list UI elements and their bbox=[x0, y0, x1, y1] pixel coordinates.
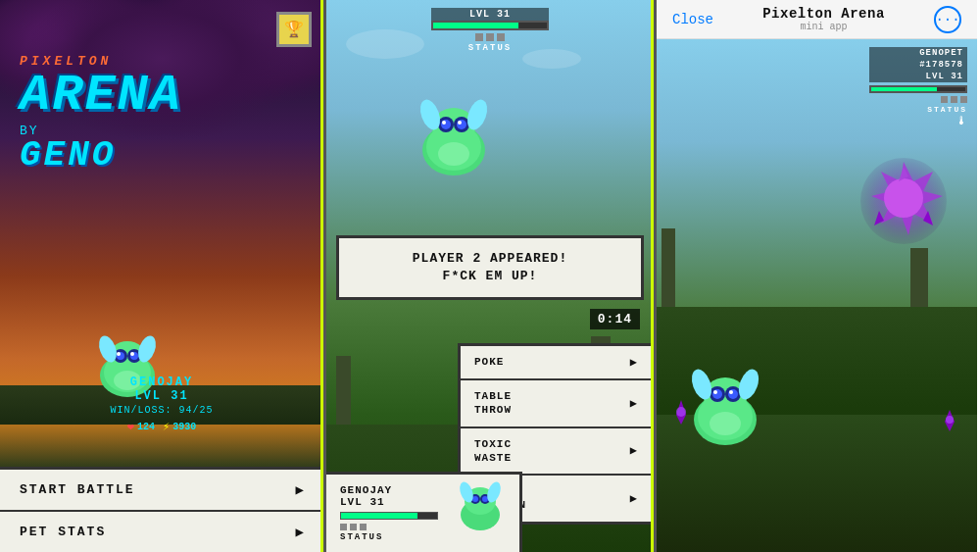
phone-title-wrap: Pixelton Arena mini app bbox=[762, 6, 885, 32]
right-pillar-1 bbox=[662, 228, 675, 317]
hud-dots bbox=[431, 33, 549, 41]
hud-hp-fill bbox=[433, 23, 518, 28]
bolt-icon: ⚡ bbox=[163, 420, 170, 434]
svg-point-29 bbox=[482, 496, 488, 502]
player-hp-fill bbox=[341, 513, 417, 519]
cloud-1 bbox=[346, 29, 424, 59]
timer-box: 0:14 bbox=[590, 309, 640, 329]
start-battle-label: START BATTLE bbox=[20, 482, 135, 497]
app-title: Pixelton Arena bbox=[762, 6, 885, 22]
hud-level: LVL 31 bbox=[431, 8, 549, 21]
close-button[interactable]: Close bbox=[672, 12, 713, 27]
title-area: PIXELTON ARENA BY GENO bbox=[20, 54, 304, 174]
action-poke[interactable]: POKE ▶ bbox=[461, 346, 651, 380]
panel-right: Close Pixelton Arena mini app ··· GENOPE… bbox=[657, 0, 977, 552]
pet-stats-label: PET STATS bbox=[20, 525, 106, 539]
bottom-menu-left: START BATTLE ▶ PET STATS ▶ bbox=[0, 467, 323, 552]
heart-icon: ❤ bbox=[127, 420, 134, 434]
hud-top-mid: LVL 31 STATUS bbox=[431, 8, 549, 53]
enemy-pet-mid bbox=[405, 93, 503, 181]
svg-point-27 bbox=[472, 496, 478, 502]
pet-winloss-label: WIN/LOSS: 94/25 bbox=[0, 405, 323, 416]
svg-point-17 bbox=[442, 121, 446, 125]
thermometer-icon: 🌡 bbox=[869, 114, 967, 128]
pet-name-label: GENOJAY bbox=[0, 376, 323, 389]
svg-point-16 bbox=[441, 120, 451, 129]
svg-point-42 bbox=[712, 389, 722, 399]
right-dot-1 bbox=[941, 96, 948, 103]
pillar-1 bbox=[336, 356, 351, 434]
pet-badges: ❤ 124 ⚡ 3930 bbox=[0, 420, 323, 434]
options-button[interactable]: ··· bbox=[934, 6, 961, 33]
genopet-id: #178578 bbox=[869, 59, 967, 71]
table-throw-arrow: ▶ bbox=[630, 396, 637, 411]
right-hud: GENOPET #178578 LVL 31 STATUS 🌡 bbox=[869, 47, 967, 128]
player-hp-bar bbox=[340, 512, 438, 520]
hud-status: STATUS bbox=[431, 43, 549, 53]
reiki-session-arrow: ▶ bbox=[630, 491, 637, 506]
svg-point-19 bbox=[457, 120, 466, 129]
start-battle-arrow: ▶ bbox=[296, 481, 304, 498]
svg-point-8 bbox=[130, 352, 134, 356]
pet-stats-arrow: ▶ bbox=[296, 524, 304, 540]
hud-dot-3 bbox=[497, 33, 505, 41]
title-arena: ARENA bbox=[20, 71, 304, 122]
svg-point-53 bbox=[946, 416, 954, 424]
hearts-count: 124 bbox=[137, 422, 155, 432]
trophy-button[interactable]: 🏆 bbox=[276, 12, 312, 47]
crystal-right bbox=[938, 410, 962, 439]
player-pet-sprite-small bbox=[451, 479, 510, 533]
table-throw-label: TABLETHROW bbox=[474, 389, 512, 418]
svg-point-45 bbox=[728, 389, 738, 399]
svg-point-46 bbox=[729, 390, 733, 394]
genopet-label: GENOPET bbox=[869, 47, 967, 59]
panel-mid: LVL 31 STATUS PLAYER 2 bbox=[323, 0, 657, 552]
title-geno: GENO bbox=[20, 138, 304, 174]
poke-label: POKE bbox=[474, 355, 504, 369]
player-pet-area: GENOJAY LVL 31 STATUS bbox=[326, 472, 522, 552]
right-hud-hp-fill bbox=[871, 87, 937, 91]
svg-point-43 bbox=[713, 390, 717, 394]
genopet-level: LVL 31 bbox=[869, 71, 967, 82]
player-dot-1 bbox=[340, 524, 347, 530]
right-hud-hp-bar bbox=[869, 85, 967, 93]
badge-bolts: ⚡ 3930 bbox=[163, 420, 196, 434]
panel-left: 🏆 PIXELTON ARENA BY GENO bbox=[0, 0, 323, 552]
player-dot-2 bbox=[350, 524, 357, 530]
menu-start-battle[interactable]: START BATTLE ▶ bbox=[0, 470, 323, 512]
right-dot-2 bbox=[951, 96, 957, 103]
menu-pet-stats[interactable]: PET STATS ▶ bbox=[0, 512, 323, 552]
toxic-waste-arrow: ▶ bbox=[630, 443, 637, 458]
pet-stats-box: GENOJAY LVL 31 WIN/LOSS: 94/25 ❤ 124 ⚡ 3… bbox=[0, 376, 323, 434]
phone-bar: Close Pixelton Arena mini app ··· bbox=[657, 0, 977, 39]
right-hud-dots bbox=[869, 96, 967, 103]
svg-point-49 bbox=[710, 412, 741, 435]
action-table-throw[interactable]: TABLETHROW ▶ bbox=[461, 380, 651, 428]
hud-dot-1 bbox=[475, 33, 483, 41]
badge-hearts: ❤ 124 bbox=[127, 420, 155, 434]
poke-arrow: ▶ bbox=[630, 355, 637, 370]
svg-point-34 bbox=[884, 178, 923, 218]
player-status-label: STATUS bbox=[340, 532, 506, 542]
right-dot-3 bbox=[960, 96, 967, 103]
appeared-text: PLAYER 2 APPEARED! F*CK EM UP! bbox=[355, 250, 625, 285]
svg-point-23 bbox=[438, 142, 469, 166]
app-subtitle: mini app bbox=[762, 22, 885, 32]
action-toxic-waste[interactable]: TOXICWASTE ▶ bbox=[461, 428, 651, 477]
hud-dot-2 bbox=[486, 33, 494, 41]
pet-level-label: LVL 31 bbox=[0, 389, 323, 403]
svg-point-5 bbox=[117, 352, 121, 356]
svg-point-20 bbox=[458, 121, 462, 125]
bolts-count: 3930 bbox=[172, 422, 196, 432]
hud-hp-bar bbox=[431, 21, 549, 30]
right-hud-status: STATUS bbox=[869, 105, 967, 114]
player-pet-right-battle bbox=[676, 363, 774, 451]
player-dot-3 bbox=[360, 524, 367, 530]
appeared-banner: PLAYER 2 APPEARED! F*CK EM UP! bbox=[336, 235, 644, 300]
toxic-waste-label: TOXICWASTE bbox=[474, 437, 512, 466]
game-area-right: GENOPET #178578 LVL 31 STATUS 🌡 bbox=[657, 39, 977, 552]
enemy-purple-sprite bbox=[859, 157, 948, 245]
trophy-icon: 🏆 bbox=[284, 20, 304, 39]
